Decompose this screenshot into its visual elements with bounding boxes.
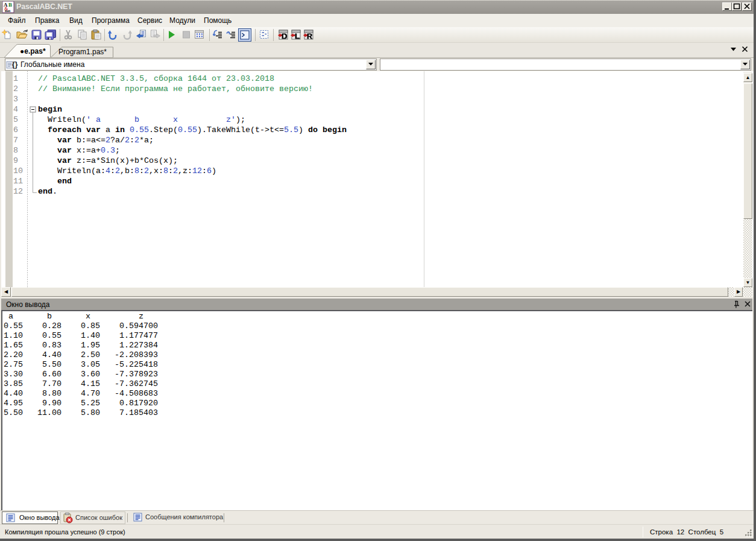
svg-text:net: net bbox=[5, 8, 11, 13]
svg-text:B: B bbox=[8, 2, 12, 8]
